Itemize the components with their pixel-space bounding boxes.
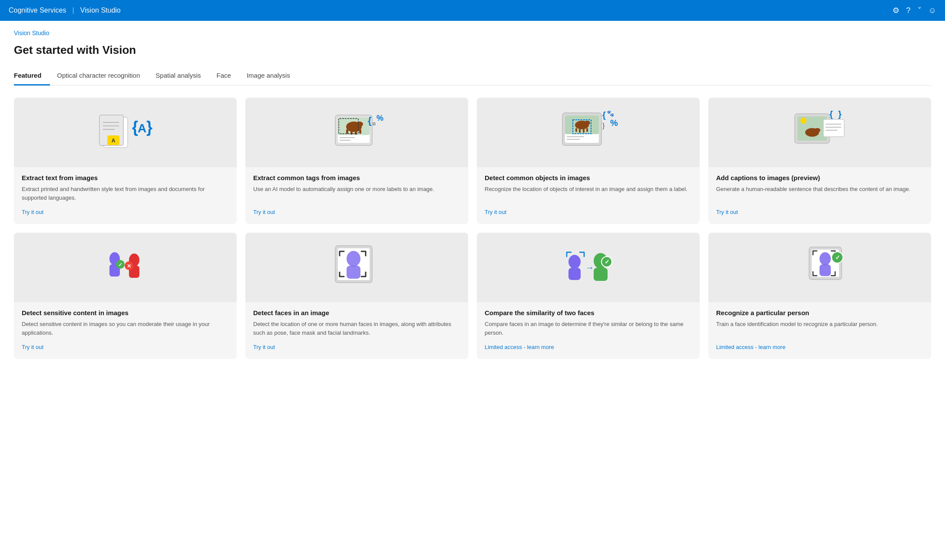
- svg-text:🐾: 🐾: [607, 110, 615, 117]
- card-detect-sensitive-title: Detect sensitive content in images: [22, 309, 229, 316]
- svg-rect-15: [346, 129, 348, 134]
- card-add-captions-title: Add captions to images (preview): [716, 174, 923, 181]
- card-recognize-person: ✓ Recognize a particular person Train a …: [708, 233, 931, 359]
- card-compare-faces: → ✓ Compare the similarity of two faces …: [477, 233, 700, 359]
- user-icon[interactable]: ☺: [928, 6, 936, 15]
- svg-text:✓: ✓: [835, 254, 840, 261]
- card-compare-faces-title: Compare the similarity of two faces: [485, 309, 692, 316]
- card-extract-tags-image: { ≡ %: [245, 98, 468, 167]
- svg-rect-65: [568, 268, 581, 280]
- card-detect-sensitive-link[interactable]: Try it out: [22, 344, 229, 350]
- card-add-captions-image: { }: [708, 98, 931, 167]
- tab-ocr[interactable]: Optical character recognition: [57, 67, 149, 86]
- nav-divider: |: [73, 7, 74, 14]
- help-icon[interactable]: ?: [906, 6, 911, 15]
- card-compare-faces-desc: Compare faces in an image to determine i…: [485, 320, 692, 337]
- card-detect-faces-title: Detect faces in an image: [253, 309, 460, 316]
- card-compare-faces-image: → ✓: [477, 233, 700, 302]
- main-content: Vision Studio Get started with Vision Fe…: [0, 21, 945, 560]
- tab-image-analysis[interactable]: Image analysis: [247, 67, 299, 86]
- card-detect-objects-desc: Recognize the location of objects of int…: [485, 185, 692, 202]
- card-recognize-person-desc: Train a face identification model to rec…: [716, 320, 923, 337]
- card-detect-faces: Detect faces in an image Detect the loca…: [245, 233, 468, 359]
- svg-text:%: %: [377, 114, 383, 122]
- svg-text:→: →: [585, 263, 594, 272]
- card-extract-tags-link[interactable]: Try it out: [253, 209, 460, 215]
- card-recognize-person-link[interactable]: Limited access - learn more: [716, 344, 923, 350]
- svg-text:A: A: [111, 138, 115, 144]
- svg-text:}: }: [602, 122, 605, 129]
- card-extract-text-desc: Extract printed and handwritten style te…: [22, 185, 229, 202]
- svg-text:✕: ✕: [127, 263, 131, 269]
- svg-rect-30: [575, 128, 577, 132]
- svg-point-64: [568, 255, 581, 269]
- svg-rect-32: [583, 129, 585, 133]
- svg-text:✓: ✓: [605, 258, 610, 265]
- svg-text:{: {: [368, 115, 372, 126]
- card-extract-text: A { A } Extract text from images Extract…: [14, 98, 237, 224]
- svg-text:A: A: [138, 122, 146, 135]
- tab-bar: Featured Optical character recognition S…: [14, 67, 931, 86]
- svg-text:≡: ≡: [372, 120, 376, 127]
- svg-point-73: [819, 252, 831, 265]
- card-detect-sensitive: ✓ ✕ Detect sensitive content in images D…: [14, 233, 237, 359]
- card-extract-text-image: A { A }: [14, 98, 237, 167]
- card-compare-faces-link[interactable]: Limited access - learn more: [485, 344, 692, 350]
- svg-text:%: %: [610, 118, 618, 128]
- tab-spatial[interactable]: Spatial analysis: [155, 67, 209, 86]
- svg-text:}: }: [146, 118, 152, 136]
- settings-icon[interactable]: ⚙: [892, 6, 899, 15]
- breadcrumb[interactable]: Vision Studio: [14, 30, 931, 36]
- svg-rect-74: [819, 264, 831, 276]
- svg-rect-68: [594, 268, 608, 281]
- tab-featured[interactable]: Featured: [14, 67, 50, 86]
- card-extract-text-title: Extract text from images: [22, 174, 229, 181]
- svg-rect-63: [347, 266, 360, 279]
- svg-text:✓: ✓: [118, 262, 122, 268]
- tab-face[interactable]: Face: [217, 67, 240, 86]
- brand-label: Cognitive Services: [9, 7, 66, 14]
- card-detect-faces-image: [245, 233, 468, 302]
- svg-point-29: [584, 121, 590, 125]
- svg-point-14: [356, 122, 363, 127]
- svg-point-45: [814, 128, 820, 132]
- svg-text:{: {: [602, 110, 606, 120]
- card-extract-text-link[interactable]: Try it out: [22, 209, 229, 215]
- card-extract-tags: { ≡ % Extract common tags from images Us…: [245, 98, 468, 224]
- card-add-captions-link[interactable]: Try it out: [716, 209, 923, 215]
- svg-rect-18: [359, 129, 361, 134]
- card-detect-sensitive-image: ✓ ✕: [14, 233, 237, 302]
- card-add-captions-desc: Generate a human-readable sentence that …: [716, 185, 923, 202]
- svg-rect-33: [586, 128, 588, 132]
- svg-point-43: [800, 118, 806, 124]
- card-detect-objects-link[interactable]: Try it out: [485, 209, 692, 215]
- card-extract-tags-title: Extract common tags from images: [253, 174, 460, 181]
- card-detect-objects-title: Detect common objects in images: [485, 174, 692, 181]
- chevron-down-icon[interactable]: ˅: [918, 6, 922, 15]
- page-title: Get started with Vision: [14, 43, 931, 57]
- card-detect-objects: { 🐾 % } Detect common objects in images …: [477, 98, 700, 224]
- svg-point-62: [347, 251, 360, 267]
- svg-text:}: }: [838, 109, 842, 119]
- svg-rect-46: [823, 119, 844, 137]
- card-detect-faces-desc: Detect the location of one or more human…: [253, 320, 460, 337]
- cards-row-1: A { A } Extract text from images Extract…: [14, 98, 931, 224]
- svg-text:{: {: [829, 109, 833, 119]
- cards-row-2: ✓ ✕ Detect sensitive content in images D…: [14, 233, 931, 359]
- card-add-captions: { } Add captions to images (preview) Gen…: [708, 98, 931, 224]
- svg-rect-31: [579, 129, 581, 133]
- card-detect-faces-link[interactable]: Try it out: [253, 344, 460, 350]
- top-navigation: Cognitive Services | Vision Studio ⚙ ? ˅…: [0, 0, 945, 21]
- card-recognize-person-image: ✓: [708, 233, 931, 302]
- card-detect-objects-image: { 🐾 % }: [477, 98, 700, 167]
- card-detect-sensitive-desc: Detect sensitive content in images so yo…: [22, 320, 229, 337]
- product-label: Vision Studio: [80, 7, 121, 14]
- svg-text:{: {: [132, 118, 138, 136]
- card-recognize-person-title: Recognize a particular person: [716, 309, 923, 316]
- card-extract-tags-desc: Use an AI model to automatically assign …: [253, 185, 460, 202]
